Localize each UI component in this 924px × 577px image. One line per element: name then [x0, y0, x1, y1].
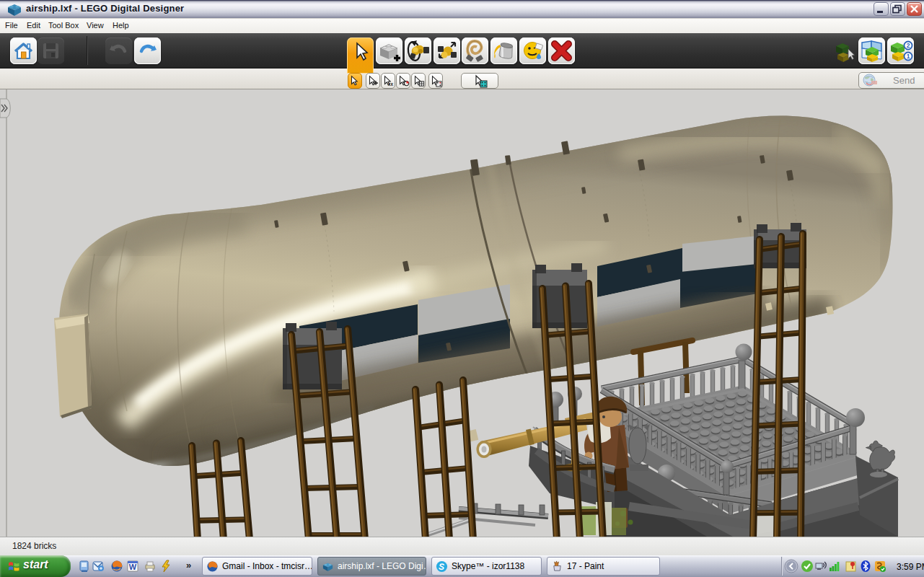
svg-text:Send: Send — [893, 75, 915, 86]
svg-text:2: 2 — [907, 42, 910, 49]
svg-text:W: W — [129, 563, 137, 571]
svg-text:1: 1 — [907, 53, 910, 60]
svg-text:xx: xx — [388, 82, 394, 87]
